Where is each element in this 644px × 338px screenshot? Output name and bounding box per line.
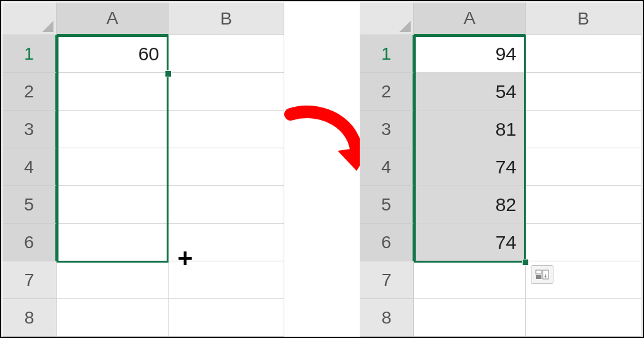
- cell-B4[interactable]: [169, 148, 284, 186]
- cell-A1[interactable]: 60: [57, 35, 169, 73]
- svg-text:+: +: [543, 272, 547, 280]
- cell-A4[interactable]: [57, 148, 169, 186]
- transition-arrow-icon: [278, 102, 372, 196]
- cell-A5[interactable]: [57, 186, 169, 224]
- row-header-1[interactable]: 1: [360, 35, 414, 73]
- cell-A5[interactable]: 82: [414, 186, 526, 224]
- row-header-6[interactable]: 6: [360, 224, 414, 261]
- cell-A4[interactable]: 74: [414, 148, 526, 186]
- cell-B2[interactable]: [526, 73, 641, 111]
- cell-A3[interactable]: [57, 111, 169, 148]
- cell-B8[interactable]: [526, 299, 641, 337]
- column-header-B[interactable]: B: [169, 3, 284, 35]
- cell-B3[interactable]: [169, 111, 284, 148]
- cell-B6[interactable]: [526, 224, 641, 261]
- spreadsheet-after: A B 1 2 3 4 5 6 7 8 94 54 81 74 82 74: [360, 3, 641, 337]
- column-headers: A B: [414, 3, 641, 35]
- row-header-6[interactable]: 6: [3, 224, 57, 261]
- cell-B5[interactable]: [526, 186, 641, 224]
- cells-area: 94 54 81 74 82 74: [414, 35, 641, 337]
- cell-A7[interactable]: [414, 261, 526, 299]
- cell-A1[interactable]: 94: [414, 35, 526, 73]
- cell-B3[interactable]: [526, 111, 641, 148]
- row-header-3[interactable]: 3: [360, 111, 414, 148]
- cell-B2[interactable]: [169, 73, 284, 111]
- column-headers: A B: [57, 3, 284, 35]
- column-header-B[interactable]: B: [526, 3, 641, 35]
- cell-B5[interactable]: [169, 186, 284, 224]
- select-all-triangle-icon: [399, 21, 411, 32]
- fill-cursor-icon: +: [177, 245, 193, 271]
- row-header-7[interactable]: 7: [3, 261, 57, 299]
- cell-A8[interactable]: [57, 299, 169, 337]
- cells-area: 60: [57, 35, 284, 337]
- svg-rect-0: [536, 270, 541, 274]
- cell-A8[interactable]: [414, 299, 526, 337]
- select-all-corner[interactable]: [3, 3, 57, 35]
- row-header-7[interactable]: 7: [360, 261, 414, 299]
- row-header-3[interactable]: 3: [3, 111, 57, 148]
- cell-B1[interactable]: [526, 35, 641, 73]
- comparison-figure: A B 1 2 3 4 5 6 7 8 60 +: [0, 0, 644, 338]
- row-header-2[interactable]: 2: [360, 73, 414, 111]
- cell-B8[interactable]: [169, 299, 284, 337]
- column-header-A[interactable]: A: [57, 3, 169, 35]
- cell-A6[interactable]: [57, 224, 169, 261]
- row-header-8[interactable]: 8: [3, 299, 57, 337]
- fill-handle[interactable]: [165, 70, 172, 77]
- row-headers: 1 2 3 4 5 6 7 8: [3, 35, 57, 337]
- cell-A2[interactable]: [57, 73, 169, 111]
- cell-A3[interactable]: 81: [414, 111, 526, 148]
- cell-A2[interactable]: 54: [414, 73, 526, 111]
- spreadsheet-before: A B 1 2 3 4 5 6 7 8 60 +: [3, 3, 284, 337]
- autofill-options-button[interactable]: +: [531, 265, 553, 284]
- cell-A7[interactable]: [57, 261, 169, 299]
- svg-rect-1: [536, 275, 541, 279]
- column-header-A[interactable]: A: [414, 3, 526, 35]
- row-headers: 1 2 3 4 5 6 7 8: [360, 35, 414, 337]
- row-header-5[interactable]: 5: [360, 186, 414, 224]
- row-header-5[interactable]: 5: [3, 186, 57, 224]
- select-all-corner[interactable]: [360, 3, 414, 35]
- select-all-triangle-icon: [42, 21, 53, 32]
- cell-A6[interactable]: 74: [414, 224, 526, 261]
- cell-B1[interactable]: [169, 35, 284, 73]
- autofill-options-icon: +: [535, 270, 549, 280]
- row-header-4[interactable]: 4: [360, 148, 414, 186]
- row-header-1[interactable]: 1: [3, 35, 57, 73]
- fill-handle[interactable]: [522, 259, 529, 266]
- row-header-4[interactable]: 4: [3, 148, 57, 186]
- cell-B4[interactable]: [526, 148, 641, 186]
- row-header-8[interactable]: 8: [360, 299, 414, 337]
- row-header-2[interactable]: 2: [3, 73, 57, 111]
